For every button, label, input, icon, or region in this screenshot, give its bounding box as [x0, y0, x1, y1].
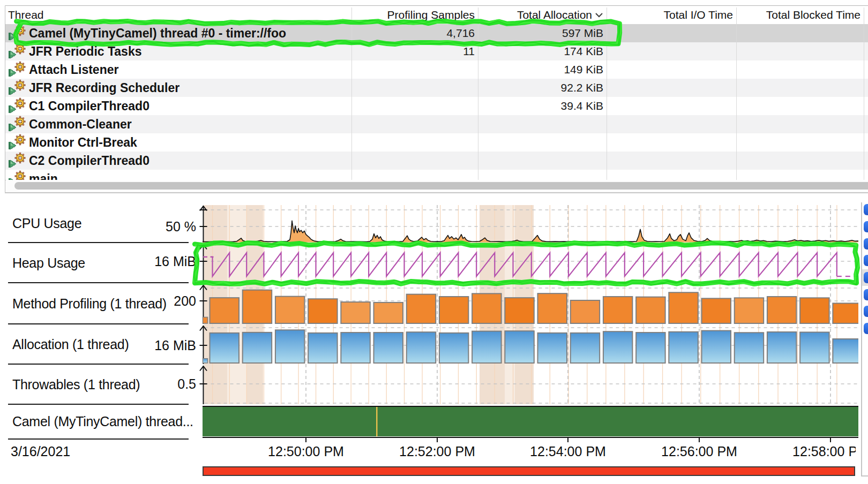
highlight-heap-usage-lane	[194, 241, 859, 286]
jmc-threads-view: {"window_title":"JDK Mission Control - T…	[0, 0, 868, 484]
annotation-layer	[0, 0, 868, 484]
highlight-selected-thread-row	[14, 19, 621, 46]
